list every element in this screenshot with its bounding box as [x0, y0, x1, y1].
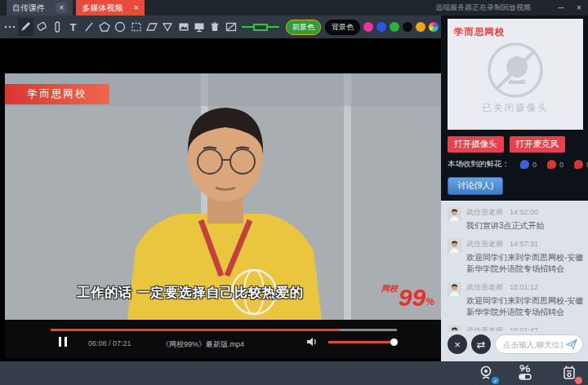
chat-message: 武佳蕾老师15:01:47 先给大家看一个网校的介绍视频	[448, 325, 583, 331]
image-icon	[177, 20, 190, 33]
select-rect-tool-button[interactable]	[129, 18, 144, 36]
pen-tool-button[interactable]	[18, 18, 33, 36]
time-separator: /	[109, 339, 111, 347]
panel-brand-logo: 学而思网校	[454, 26, 506, 38]
pentagon-tool-button[interactable]	[97, 18, 112, 36]
paper-plane-icon	[566, 339, 577, 350]
line-width-box	[253, 24, 268, 31]
app-window: 自传课件 × 多媒体视频 × 远端服务器正在录制回放视频 ─ × T	[0, 0, 588, 385]
triangle-tool-button[interactable]	[160, 18, 175, 36]
chat-message: 武佳蕾老师14:57:31 欢迎同学们来到学而思网校-安徽新华学院外语院专场招聘…	[448, 239, 583, 275]
flower-group-blue: 0	[520, 160, 537, 169]
titlebar-spacer	[145, 0, 435, 15]
message-header: 武佳蕾老师15:01:12	[466, 282, 586, 293]
parallelogram-tool-button[interactable]	[145, 18, 159, 36]
avatar	[448, 207, 461, 221]
color-swatch-blue[interactable]	[376, 22, 386, 32]
select-rect-icon	[130, 20, 143, 33]
more-icon	[3, 20, 16, 33]
ellipse-icon	[114, 20, 127, 33]
percent-pill-icon	[516, 365, 534, 381]
flowers-label: 本场收到的鲜花：	[448, 159, 510, 170]
more-tools-button[interactable]	[2, 18, 17, 36]
line-tool-button[interactable]	[82, 18, 96, 36]
message-body: 武佳蕾老师14:57:31 欢迎同学们来到学而思网校-安徽新华学院外语院专场招聘…	[466, 239, 586, 275]
line-width-left	[242, 26, 253, 28]
background-color-button[interactable]: 背景色	[325, 20, 360, 35]
tab-multimedia-video-close-icon[interactable]: ×	[133, 3, 138, 12]
swap-view-button[interactable]: ⇄	[471, 334, 491, 354]
recorder-status-badge	[575, 377, 582, 384]
insert-image-button[interactable]	[176, 18, 191, 36]
performance-button[interactable]	[516, 365, 536, 383]
open-mic-button[interactable]: 打开麦克风	[510, 136, 566, 153]
pause-button[interactable]	[59, 337, 67, 347]
color-swatch-custom[interactable]	[429, 22, 439, 32]
line-icon	[82, 20, 96, 33]
screen-share-icon	[193, 20, 206, 33]
volume-slider[interactable]	[328, 341, 394, 343]
red-flower-icon	[574, 160, 583, 169]
video-brand-banner: 学而思网校	[5, 84, 109, 104]
message-text: 我们宣讲3点正式开始	[466, 220, 586, 232]
ellipse-tool-button[interactable]	[113, 18, 127, 36]
message-header: 武佳蕾老师14:52:00	[466, 207, 586, 218]
color-swatch-magenta[interactable]	[363, 22, 373, 32]
camera-disabled-icon	[485, 40, 546, 104]
message-body: 武佳蕾老师15:01:12 欢迎同学们来到学而思网校-安徽新华学院外语院专场招聘…	[466, 282, 586, 318]
watermark-number: 99	[399, 287, 425, 308]
parallelogram-icon	[145, 20, 158, 33]
screen-share-button[interactable]	[192, 18, 207, 36]
color-swatch-orange[interactable]	[416, 22, 425, 32]
message-header: 武佳蕾老师15:01:47	[466, 325, 586, 331]
pen-icon	[19, 20, 32, 33]
close-chat-button[interactable]: ×	[448, 334, 467, 354]
volume-mute-button[interactable]	[305, 336, 318, 351]
tab-multimedia-video-label: 多媒体视频	[82, 2, 122, 14]
foreground-color-button[interactable]: 前景色	[286, 20, 321, 35]
eraser-tool-button[interactable]	[34, 18, 49, 36]
eraser-icon	[35, 20, 48, 33]
red-flower-icon	[547, 160, 556, 169]
minimize-button[interactable]: ─	[552, 0, 570, 15]
blue-flower-icon	[520, 160, 529, 169]
chat-input-row: × ⇄	[441, 331, 588, 361]
tab-courseware-label: 自传课件	[12, 2, 45, 14]
chat-input-wrap	[495, 334, 583, 354]
line-width-right	[268, 26, 279, 28]
clear-screen-icon	[225, 20, 238, 33]
volume-knob[interactable]	[390, 339, 398, 346]
triangle-icon	[161, 20, 174, 33]
text-tool-button[interactable]: T	[65, 18, 80, 36]
clear-screen-button[interactable]	[224, 18, 238, 36]
message-time: 15:01:12	[510, 283, 538, 291]
video-subtitle: 工作的话 一定要选择自己比较热爱的	[21, 285, 359, 302]
open-camera-button[interactable]: 打开摄像头	[448, 136, 504, 153]
bottom-status-bar: ✓	[0, 361, 588, 385]
recorder-status-button[interactable]	[560, 365, 580, 383]
send-message-button[interactable]	[566, 339, 577, 353]
pentagon-icon	[98, 20, 111, 33]
video-still-person	[5, 73, 441, 320]
chat-message-list: 武佳蕾老师14:52:00 我们宣讲3点正式开始 武佳蕾老师14:57:31 欢…	[441, 201, 588, 331]
color-swatch-black[interactable]	[403, 22, 412, 32]
sender-name: 武佳蕾老师	[466, 240, 503, 248]
tab-courseware-close-icon[interactable]: ×	[56, 2, 67, 13]
delete-button[interactable]	[207, 18, 222, 36]
line-width-preview[interactable]	[242, 24, 279, 31]
recording-status-text: 远端服务器正在录制回放视频	[435, 2, 531, 13]
duration: 07:21	[113, 339, 131, 347]
sender-name: 武佳蕾老师	[466, 283, 503, 291]
close-button[interactable]: ×	[570, 0, 588, 15]
message-body: 武佳蕾老师15:01:47 先给大家看一个网校的介绍视频	[466, 325, 586, 331]
progress-bar[interactable]	[51, 329, 397, 331]
discussion-button[interactable]: 讨论(9人)	[448, 177, 503, 195]
avatar	[448, 282, 461, 296]
speaker-icon	[305, 336, 318, 347]
color-swatch-green[interactable]	[390, 22, 399, 32]
tab-courseware[interactable]: 自传课件 ×	[7, 0, 73, 15]
laser-pointer-tool-button[interactable]	[50, 18, 65, 36]
tab-multimedia-video[interactable]: 多媒体视频 ×	[76, 0, 144, 15]
device-buttons-row: 打开摄像头 打开麦克风	[448, 136, 581, 153]
camera-status-button[interactable]: ✓	[477, 365, 497, 383]
